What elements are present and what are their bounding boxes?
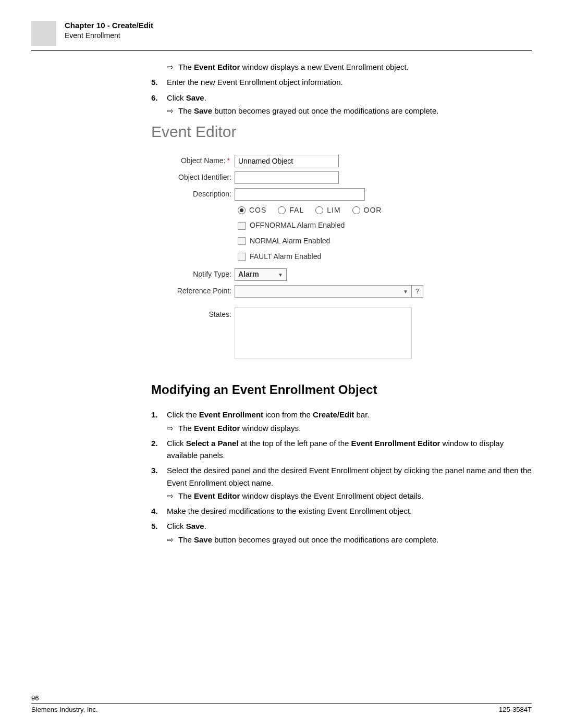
mod-step-1: 1. Click the Event Enrollment icon from … [151,409,532,421]
page-header: Chapter 10 - Create/Edit Event Enrollmen… [31,21,532,51]
checkbox-normal[interactable] [238,237,246,245]
footer-right: 125-3584T [499,706,532,713]
input-object-id[interactable] [235,171,339,184]
footer-left: Siemens Industry, Inc. [31,706,98,713]
help-button[interactable]: ? [412,285,423,298]
page-number: 96 [31,694,39,702]
event-editor-title: Event Editor [151,120,532,144]
page-footer: Siemens Industry, Inc. 125-3584T [31,703,532,713]
mod-step-4: 4. Make the desired modifications to the… [151,505,532,517]
result-arrow-icon: ⇨ [167,422,178,434]
result-arrow-icon: ⇨ [167,490,178,502]
chevron-down-icon: ▼ [278,271,283,279]
result-arrow-icon: ⇨ [167,105,178,117]
select-reference-point[interactable]: ▼ [235,285,412,298]
mod-step-2: 2. Click Select a Panel at the top of th… [151,437,532,462]
label-reference-point: Reference Point: [151,286,235,297]
label-object-id: Object Identifier: [151,172,235,183]
checkbox-fault[interactable] [238,253,246,261]
label-object-name: Object Name:* [151,155,235,167]
mod-step-3: 3. Select the desired panel and the desi… [151,464,532,489]
result-arrow-icon: ⇨ [167,534,178,546]
step-5: 5. Enter the new Event Enrollment object… [151,76,532,88]
states-listbox[interactable] [235,307,412,359]
result-line: ⇨ The Event Editor window displays the E… [167,490,532,502]
result-arrow-icon: ⇨ [167,61,178,73]
radio-lim[interactable] [315,206,323,214]
result-line: ⇨ The Event Editor window displays a new… [167,61,532,73]
input-description[interactable] [235,188,365,201]
result-line: ⇨ The Save button becomes grayed out onc… [167,534,532,546]
radio-fal[interactable] [278,206,286,214]
radio-oor[interactable] [352,206,360,214]
radio-cos[interactable] [238,206,246,214]
label-description: Description: [151,189,235,200]
section-title-modifying: Modifying an Event Enrollment Object [151,380,532,399]
chapter-subtitle: Event Enrollment [65,31,153,40]
select-notify-type[interactable]: Alarm ▼ [235,268,287,281]
header-block-icon [31,21,56,46]
chapter-title: Chapter 10 - Create/Edit [65,21,153,30]
event-editor-panel: Object Name:* Object Identifier: Descrip… [151,155,532,360]
step-6: 6. Click Save. [151,92,532,104]
radio-group-type: COS FAL LIM OOR [238,205,532,216]
result-line: ⇨ The Event Editor window displays. [167,422,532,434]
checkbox-offnormal[interactable] [238,222,246,230]
label-notify-type: Notify Type: [151,269,235,280]
result-line: ⇨ The Save button becomes grayed out onc… [167,105,532,117]
chevron-down-icon: ▼ [403,288,408,296]
mod-step-5: 5. Click Save. [151,520,532,532]
label-states: States: [151,307,235,320]
input-object-name[interactable] [235,155,339,167]
